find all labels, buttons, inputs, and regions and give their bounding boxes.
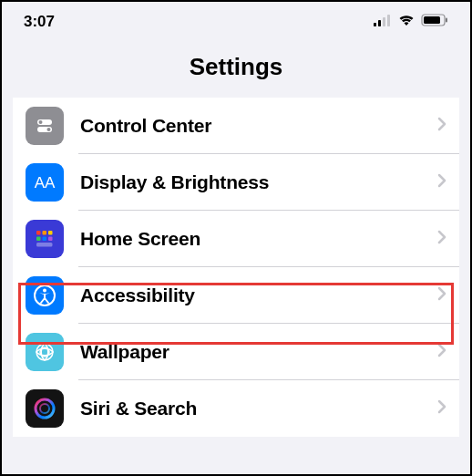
status-indicators xyxy=(374,14,448,30)
svg-point-20 xyxy=(43,289,46,293)
svg-point-22 xyxy=(36,344,53,360)
list-item-label: Siri & Search xyxy=(80,398,437,419)
chevron-right-icon xyxy=(437,343,446,361)
svg-rect-16 xyxy=(43,237,47,242)
svg-rect-17 xyxy=(48,237,53,242)
accessibility-icon xyxy=(26,276,64,315)
svg-text:AA: AA xyxy=(35,174,56,191)
chevron-right-icon xyxy=(437,230,446,248)
page-header: Settings xyxy=(2,42,470,98)
list-item-label: Control Center xyxy=(80,115,437,137)
list-item-label: Accessibility xyxy=(80,285,437,306)
svg-point-24 xyxy=(36,399,54,418)
battery-icon xyxy=(421,14,448,30)
siri-search-icon xyxy=(26,389,64,428)
list-item-label: Wallpaper xyxy=(80,341,437,363)
svg-rect-12 xyxy=(36,231,41,235)
control-center-icon xyxy=(26,107,64,145)
svg-rect-15 xyxy=(36,237,41,242)
list-item-control-center[interactable]: Control Center xyxy=(13,98,459,154)
page-title: Settings xyxy=(2,53,470,81)
list-item-label: Home Screen xyxy=(80,228,437,250)
svg-rect-1 xyxy=(378,20,381,26)
svg-rect-18 xyxy=(36,243,53,247)
settings-list: Control Center AA Display & Brightness xyxy=(2,98,470,437)
display-brightness-icon: AA xyxy=(26,163,64,202)
settings-list-inner: Control Center AA Display & Brightness xyxy=(13,98,459,437)
svg-rect-2 xyxy=(383,17,385,26)
cellular-icon xyxy=(374,14,392,30)
svg-rect-13 xyxy=(43,231,47,235)
home-screen-icon xyxy=(26,220,64,258)
wallpaper-icon xyxy=(26,333,64,371)
svg-point-25 xyxy=(40,404,49,413)
list-item-home-screen[interactable]: Home Screen xyxy=(13,211,459,267)
status-time: 3:07 xyxy=(24,13,55,31)
svg-rect-3 xyxy=(387,15,390,26)
chevron-right-icon xyxy=(437,173,446,191)
chevron-right-icon xyxy=(437,117,446,135)
wifi-icon xyxy=(397,14,416,30)
svg-rect-0 xyxy=(374,23,376,26)
svg-rect-6 xyxy=(446,18,447,23)
svg-rect-5 xyxy=(424,16,440,24)
svg-rect-14 xyxy=(48,231,53,235)
list-item-accessibility[interactable]: Accessibility xyxy=(13,267,459,324)
list-item-label: Display & Brightness xyxy=(80,171,437,193)
svg-point-10 xyxy=(47,128,51,131)
svg-point-8 xyxy=(39,120,43,124)
chevron-right-icon xyxy=(437,399,446,418)
chevron-right-icon xyxy=(437,286,446,305)
list-item-siri-search[interactable]: Siri & Search xyxy=(13,380,459,437)
list-item-display-brightness[interactable]: AA Display & Brightness xyxy=(13,154,459,211)
list-item-wallpaper[interactable]: Wallpaper xyxy=(13,324,459,380)
status-bar: 3:07 xyxy=(2,2,470,42)
